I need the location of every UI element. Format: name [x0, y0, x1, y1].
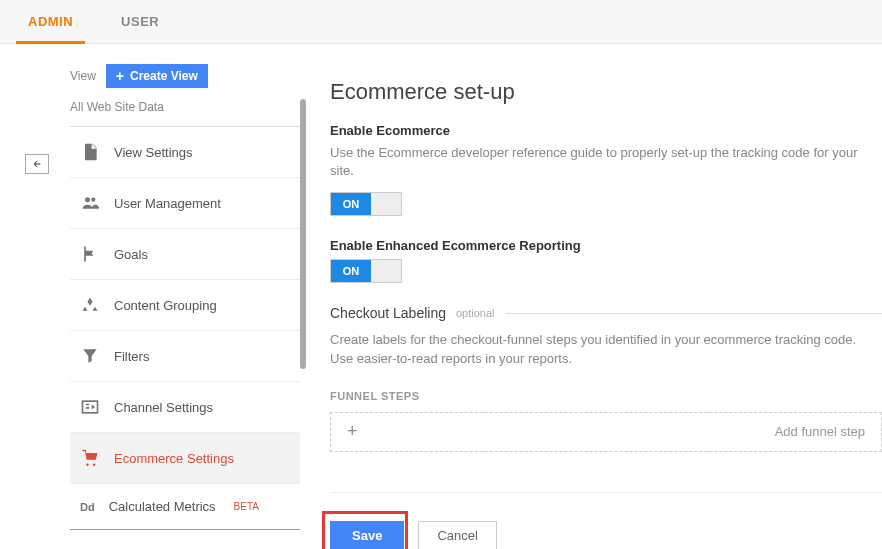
- menu-label: Content Grouping: [114, 298, 217, 313]
- filter-icon: [80, 346, 100, 366]
- toggle-off-slot: [371, 193, 401, 215]
- enable-ecommerce-toggle[interactable]: ON: [330, 192, 402, 216]
- checkout-label: Checkout Labeling: [330, 305, 446, 321]
- add-funnel-step[interactable]: + Add funnel step: [330, 412, 882, 452]
- data-source-label[interactable]: All Web Site Data: [70, 100, 300, 127]
- sidebar: View + Create View All Web Site Data Vie…: [0, 44, 300, 549]
- menu-label: Calculated Metrics: [109, 499, 216, 514]
- flag-icon: [80, 244, 100, 264]
- menu-label: Goals: [114, 247, 148, 262]
- sidebar-scrollbar[interactable]: [300, 99, 306, 369]
- checkout-labeling-header: Checkout Labeling optional: [330, 305, 882, 321]
- cart-icon: [80, 448, 100, 468]
- section-personal-tools: PERSONAL TOOLS & ASSETS: [70, 529, 300, 549]
- enable-ecommerce-desc: Use the Ecommerce developer reference gu…: [330, 144, 882, 180]
- svg-point-0: [85, 197, 90, 202]
- funnel-placeholder: Add funnel step: [358, 424, 865, 439]
- users-icon: [80, 193, 100, 213]
- sidebar-item-user-management[interactable]: User Management: [70, 178, 300, 229]
- create-view-label: Create View: [130, 69, 198, 83]
- sidebar-item-goals[interactable]: Goals: [70, 229, 300, 280]
- grouping-icon: [80, 295, 100, 315]
- svg-point-3: [86, 463, 89, 466]
- action-row: Save Cancel: [330, 492, 882, 549]
- beta-badge: BETA: [234, 501, 259, 512]
- plus-icon: +: [347, 421, 358, 442]
- sidebar-item-channel-settings[interactable]: Channel Settings: [70, 382, 300, 433]
- tab-admin[interactable]: ADMIN: [20, 0, 81, 43]
- save-button[interactable]: Save: [330, 521, 404, 549]
- create-view-button[interactable]: + Create View: [106, 64, 208, 88]
- menu-label: User Management: [114, 196, 221, 211]
- back-button[interactable]: [25, 154, 49, 174]
- content-area: View + Create View All Web Site Data Vie…: [0, 44, 882, 549]
- channel-icon: [80, 397, 100, 417]
- enable-ecommerce-heading: Enable Ecommerce: [330, 123, 882, 138]
- menu-label: Channel Settings: [114, 400, 213, 415]
- svg-point-4: [93, 463, 96, 466]
- view-row: View + Create View: [70, 64, 300, 88]
- file-icon: [80, 142, 100, 162]
- arrow-left-icon: [30, 159, 44, 169]
- svg-rect-2: [83, 401, 98, 413]
- sidebar-item-filters[interactable]: Filters: [70, 331, 300, 382]
- optional-label: optional: [456, 307, 495, 319]
- enhanced-ecommerce-toggle[interactable]: ON: [330, 259, 402, 283]
- view-label: View: [70, 69, 96, 83]
- sidebar-item-ecommerce-settings[interactable]: Ecommerce Settings: [70, 433, 300, 484]
- main-panel: Ecommerce set-up Enable Ecommerce Use th…: [300, 44, 882, 549]
- plus-icon: +: [116, 69, 124, 83]
- menu-label: Ecommerce Settings: [114, 451, 234, 466]
- cancel-button[interactable]: Cancel: [418, 521, 496, 549]
- toggle-off-slot: [371, 260, 401, 282]
- sidebar-item-content-grouping[interactable]: Content Grouping: [70, 280, 300, 331]
- dd-icon: Dd: [80, 501, 95, 513]
- checkout-desc: Create labels for the checkout-funnel st…: [330, 331, 882, 367]
- funnel-steps-heading: FUNNEL STEPS: [330, 390, 882, 402]
- menu-label: Filters: [114, 349, 149, 364]
- toggle-on-label: ON: [331, 193, 371, 215]
- page-title: Ecommerce set-up: [330, 79, 882, 105]
- toggle-on-label: ON: [331, 260, 371, 282]
- sidebar-item-view-settings[interactable]: View Settings: [70, 127, 300, 178]
- tab-user[interactable]: USER: [113, 0, 167, 43]
- top-tabs: ADMIN USER: [0, 0, 882, 44]
- enhanced-ecommerce-heading: Enable Enhanced Ecommerce Reporting: [330, 238, 882, 253]
- svg-point-1: [91, 198, 95, 202]
- menu-label: View Settings: [114, 145, 193, 160]
- sidebar-item-calculated-metrics[interactable]: Dd Calculated Metrics BETA: [70, 484, 300, 529]
- divider-line: [505, 313, 882, 314]
